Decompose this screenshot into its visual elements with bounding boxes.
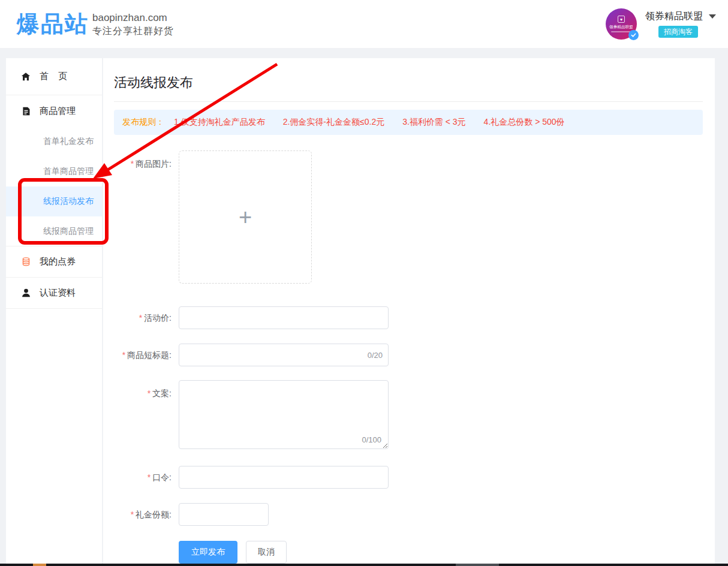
avatar-logo-icon: ♥ bbox=[618, 16, 625, 23]
user-area: ♥ 领券精品联盟 领券精品联盟 招商淘客 bbox=[606, 5, 716, 43]
sidebar-item-my-coupons[interactable]: 我的点券 bbox=[6, 246, 102, 278]
form-row-copywriting: *文案: 0/100 bbox=[114, 380, 703, 451]
short-title-counter: 0/20 bbox=[368, 351, 383, 360]
password-input[interactable] bbox=[179, 466, 389, 489]
rule-3: 3.福利价需 < 3元 bbox=[402, 117, 465, 128]
sidebar-item-label: 首单商品管理 bbox=[43, 166, 94, 177]
sidebar-item-first-order-product-management[interactable]: 首单商品管理 bbox=[6, 156, 102, 186]
required-marker: * bbox=[148, 389, 151, 398]
sidebar-item-product-management[interactable]: 商品管理 bbox=[6, 95, 102, 127]
sidebar-item-label: 认证资料 bbox=[40, 287, 76, 299]
password-label: *口令: bbox=[114, 466, 179, 489]
logo-tagline: 专注分享社群好货 bbox=[92, 25, 174, 38]
price-input[interactable] bbox=[179, 306, 389, 329]
verified-badge-icon bbox=[628, 30, 639, 40]
required-marker: * bbox=[148, 472, 151, 482]
sidebar-item-label: 我的点券 bbox=[40, 256, 76, 267]
copywriting-textarea[interactable] bbox=[179, 380, 389, 449]
avatar-subline bbox=[611, 31, 631, 32]
image-upload-box[interactable]: + bbox=[179, 150, 312, 284]
logo[interactable]: 爆品站 baopinzhan.com 专注分享社群好货 bbox=[17, 8, 174, 40]
cancel-button[interactable]: 取消 bbox=[246, 541, 287, 564]
required-marker: * bbox=[122, 350, 125, 360]
user-menu[interactable]: 领券精品联盟 bbox=[645, 10, 716, 23]
sidebar-item-label: 首 页 bbox=[40, 71, 71, 82]
required-marker: * bbox=[131, 159, 134, 168]
publish-button[interactable]: 立即发布 bbox=[179, 541, 237, 564]
app-header: 爆品站 baopinzhan.com 专注分享社群好货 ♥ 领券精品联盟 领券精… bbox=[0, 0, 728, 48]
avatar[interactable]: ♥ 领券精品联盟 bbox=[606, 8, 637, 40]
sidebar-item-first-order-gift-publish[interactable]: 首单礼金发布 bbox=[6, 127, 102, 156]
coins-icon bbox=[20, 257, 31, 267]
sidebar-item-label: 线报活动发布 bbox=[43, 196, 94, 207]
image-label: *商品图片: bbox=[114, 150, 179, 284]
logo-text: 爆品站 bbox=[17, 8, 89, 40]
title-divider bbox=[114, 101, 703, 102]
form-row-password: *口令: bbox=[114, 466, 703, 489]
publish-form: *商品图片: + *活动价: *商品短标题: 0/20 bbox=[114, 150, 703, 564]
rule-4: 4.礼金总份数 > 500份 bbox=[484, 117, 565, 128]
rules-label: 发布规则： bbox=[122, 117, 164, 128]
form-row-image: *商品图片: + bbox=[114, 150, 703, 284]
bottom-bar-orange-segment bbox=[33, 564, 46, 566]
form-row-short-title: *商品短标题: 0/20 bbox=[114, 344, 703, 366]
sidebar-item-home[interactable]: 首 页 bbox=[6, 58, 102, 95]
copywriting-counter: 0/100 bbox=[362, 435, 381, 444]
user-role-badge: 招商淘客 bbox=[658, 26, 698, 38]
publish-rules-banner: 发布规则： 1.仅支持淘礼金产品发布 2.佣金实得-礼金金额≤0.2元 3.福利… bbox=[114, 110, 703, 135]
required-marker: * bbox=[131, 510, 134, 519]
short-title-input[interactable] bbox=[179, 344, 389, 366]
user-icon bbox=[20, 288, 31, 299]
sidebar-item-certification[interactable]: 认证资料 bbox=[6, 278, 102, 309]
logo-domain: baopinzhan.com bbox=[92, 11, 174, 25]
home-icon bbox=[20, 71, 31, 82]
sidebar-item-label: 线报商品管理 bbox=[43, 226, 94, 237]
form-row-gift-share: *礼金份额: bbox=[114, 503, 703, 526]
price-label: *活动价: bbox=[114, 306, 179, 329]
main-panel: 活动线报发布 发布规则： 1.仅支持淘礼金产品发布 2.佣金实得-礼金金额≤0.… bbox=[103, 58, 715, 564]
bottom-bar-gray-segment bbox=[456, 564, 499, 566]
sidebar-item-tip-product-management[interactable]: 线报商品管理 bbox=[6, 216, 102, 246]
copywriting-label: *文案: bbox=[114, 380, 179, 451]
gift-share-input[interactable] bbox=[179, 503, 269, 526]
avatar-text: 领券精品联盟 bbox=[609, 24, 633, 30]
bottom-bar bbox=[0, 564, 728, 566]
form-row-price: *活动价: bbox=[114, 306, 703, 329]
page-title: 活动线报发布 bbox=[114, 74, 703, 92]
required-marker: * bbox=[139, 313, 142, 323]
user-meta: 领券精品联盟 招商淘客 bbox=[645, 10, 716, 38]
sidebar-item-tip-activity-publish[interactable]: 线报活动发布 bbox=[6, 186, 102, 216]
chevron-down-icon bbox=[709, 14, 716, 19]
sidebar-item-label: 商品管理 bbox=[40, 106, 76, 117]
short-title-label: *商品短标题: bbox=[114, 344, 179, 366]
form-actions: 立即发布 取消 bbox=[114, 541, 703, 564]
plus-icon: + bbox=[239, 206, 252, 228]
gift-share-label: *礼金份额: bbox=[114, 503, 179, 526]
document-icon bbox=[20, 106, 31, 116]
rule-1: 1.仅支持淘礼金产品发布 bbox=[174, 117, 265, 128]
sidebar: 首 页 商品管理 首单礼金发布 首单商品管理 线报活动发布 线报商品管理 我的点… bbox=[6, 58, 102, 564]
user-name: 领券精品联盟 bbox=[645, 10, 703, 23]
logo-subtext: baopinzhan.com 专注分享社群好货 bbox=[92, 8, 174, 38]
sidebar-item-label: 首单礼金发布 bbox=[43, 136, 94, 147]
rule-2: 2.佣金实得-礼金金额≤0.2元 bbox=[283, 117, 384, 128]
